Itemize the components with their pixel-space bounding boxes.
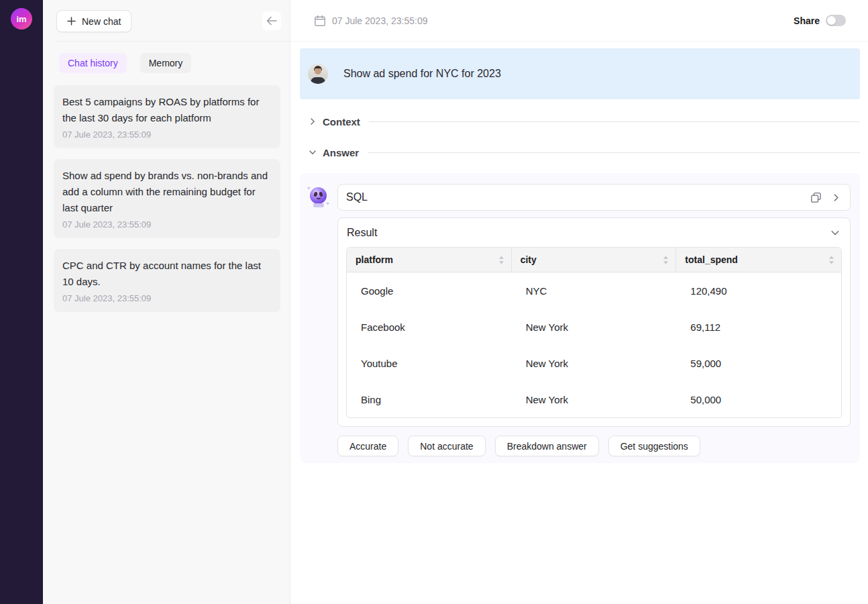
not-accurate-button[interactable]: Not accurate (408, 436, 485, 456)
cell-city: New York (512, 345, 677, 381)
share-label: Share (794, 15, 820, 26)
cell-total-spend: 120,490 (676, 272, 841, 309)
cell-platform: Facebook (347, 309, 512, 345)
conversation-date-text: 07 Jule 2023, 23:55:09 (332, 15, 427, 26)
get-suggestions-button[interactable]: Get suggestions (608, 436, 700, 456)
chat-item-title: CPC and CTR by account names for the las… (62, 258, 271, 290)
cell-platform: Youtube (347, 345, 512, 381)
breakdown-answer-button[interactable]: Breakdown answer (495, 436, 599, 456)
chevron-down-icon (830, 228, 840, 238)
chat-history-item[interactable]: CPC and CTR by account names for the las… (54, 249, 280, 312)
sparkle-icon: ✦ (325, 201, 330, 207)
column-header-total-spend[interactable]: total_spend (676, 248, 841, 272)
app-root: im New chat Chat history Memory (0, 0, 868, 604)
chat-history-list: Best 5 campaigns by ROAS by platforms fo… (54, 85, 280, 312)
section-divider-line (369, 121, 860, 122)
sql-label: SQL (346, 191, 810, 203)
answer-actions: Accurate Not accurate Breakdown answer G… (337, 436, 851, 456)
new-chat-button[interactable]: New chat (56, 10, 131, 32)
answer-section-label: Answer (323, 147, 359, 158)
copy-icon (810, 192, 822, 203)
assistant-avatar: ✦ ✦ (309, 187, 329, 207)
sql-expander[interactable]: SQL (337, 184, 851, 211)
table-row: Bing New York 50,000 (347, 381, 841, 417)
user-avatar-body (311, 77, 325, 84)
user-avatar (308, 64, 328, 84)
table-row: Youtube New York 59,000 (347, 345, 841, 381)
conversation-main: 07 Jule 2023, 23:55:09 Share Show ad spe… (290, 0, 868, 604)
user-message-bubble: Show ad spend for NYC for 2023 (300, 48, 860, 99)
chevron-down-icon (309, 148, 317, 156)
cell-city: New York (512, 381, 677, 417)
sql-row: ✦ ✦ SQL (309, 184, 851, 211)
cell-total-spend: 59,000 (676, 345, 841, 381)
chevron-right-icon (309, 117, 317, 125)
new-chat-label: New chat (82, 16, 121, 27)
accurate-button[interactable]: Accurate (337, 436, 398, 456)
result-expander[interactable]: Result (346, 225, 842, 239)
result-title: Result (347, 227, 377, 239)
arrow-left-icon (266, 16, 278, 26)
user-avatar-face (315, 68, 321, 74)
app-logo: im (11, 8, 32, 30)
cell-city: NYC (512, 272, 677, 309)
collapse-sidebar-button[interactable] (262, 11, 281, 30)
chat-item-timestamp: 07 Jule 2023, 23:55:09 (62, 130, 271, 140)
share-toggle-knob (827, 16, 836, 25)
sort-icon (498, 256, 504, 264)
tab-chat-history[interactable]: Chat history (59, 53, 127, 73)
panel-top-bar: New chat (43, 0, 290, 41)
column-header-platform[interactable]: platform (347, 248, 512, 272)
cell-total-spend: 69,112 (676, 309, 841, 345)
sparkle-icon: ✦ (307, 186, 311, 191)
table-row: Facebook New York 69,112 (347, 309, 841, 345)
answer-card: ✦ ✦ SQL (300, 173, 860, 463)
chat-history-item[interactable]: Show ad spend by brands vs. non-brands a… (54, 159, 280, 238)
brand-rail: im (0, 0, 43, 604)
app-logo-text: im (16, 15, 26, 23)
share-control: Share (794, 15, 846, 26)
context-section-toggle[interactable]: Context (300, 115, 860, 128)
copy-sql-button[interactable] (810, 192, 822, 203)
cell-platform: Google (347, 272, 512, 309)
tab-memory[interactable]: Memory (140, 53, 192, 73)
panel-divider (56, 41, 290, 42)
conversation-date: 07 Jule 2023, 23:55:09 (314, 15, 427, 27)
table-row: Google NYC 120,490 (347, 272, 841, 309)
chat-history-item[interactable]: Best 5 campaigns by ROAS by platforms fo… (54, 85, 280, 148)
chat-item-timestamp: 07 Jule 2023, 23:55:09 (62, 293, 271, 304)
cell-platform: Bing (347, 381, 512, 417)
crystal-ball-icon (310, 187, 327, 204)
context-section-label: Context (323, 116, 360, 128)
cell-total-spend: 50,000 (676, 381, 841, 417)
panel-tabs: Chat history Memory (59, 53, 290, 73)
result-card: Result platform (337, 217, 851, 427)
share-toggle[interactable] (826, 15, 846, 26)
answer-section-toggle[interactable]: Answer (300, 146, 860, 159)
chat-item-timestamp: 07 Jule 2023, 23:55:09 (62, 219, 271, 230)
sort-icon (663, 256, 669, 264)
column-header-city[interactable]: city (512, 248, 677, 272)
conversation-thread: Show ad spend for NYC for 2023 Context A… (290, 42, 868, 463)
chat-item-title: Best 5 campaigns by ROAS by platforms fo… (62, 94, 271, 126)
chat-item-title: Show ad spend by brands vs. non-brands a… (62, 168, 271, 216)
plus-icon (67, 17, 76, 26)
section-divider-line (368, 152, 860, 153)
user-message-text: Show ad spend for NYC for 2023 (343, 68, 501, 80)
conversation-header: 07 Jule 2023, 23:55:09 Share (290, 0, 868, 42)
calendar-icon (314, 15, 326, 27)
result-table-header: platform city (347, 248, 841, 272)
chat-history-panel: New chat Chat history Memory Best 5 camp… (43, 0, 290, 604)
sort-icon (828, 256, 834, 264)
cell-city: New York (512, 309, 677, 345)
chevron-right-icon (832, 193, 840, 202)
result-table: platform city (346, 247, 842, 418)
